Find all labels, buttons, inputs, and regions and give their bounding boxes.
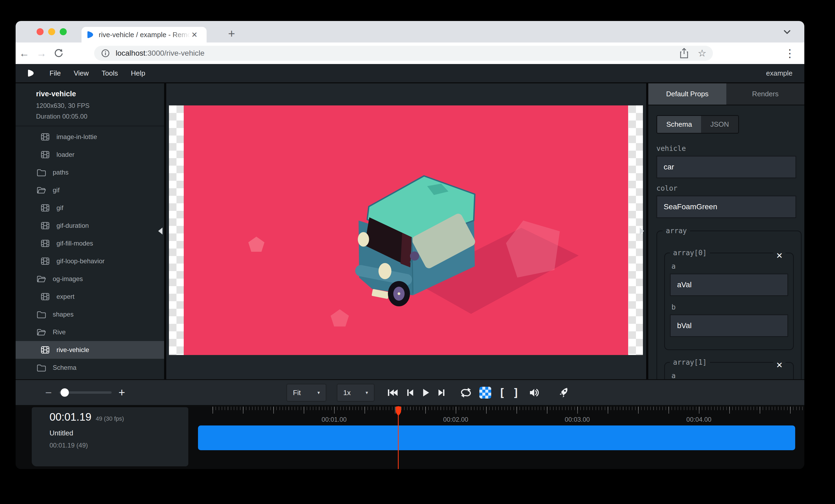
fit-dropdown[interactable]: Fit▾ [286,384,326,401]
timeline-track-bar[interactable] [198,425,795,450]
speed-dropdown[interactable]: 1x▾ [337,384,374,401]
timeline-info-panel: 00:01.1949 (30 fps) Untitled 00:01.19 (4… [32,407,188,466]
remotion-logo-icon[interactable] [27,69,35,78]
transparency-toggle-button[interactable] [480,387,491,399]
sidebar-item-gif-loop-behavior[interactable]: gif-loop-behavior [16,252,164,270]
sidebar-item-loader[interactable]: loader [16,146,164,164]
fit-value: Fit [293,388,301,397]
sidebar-item-expert[interactable]: expert [16,288,164,306]
site-info-icon[interactable] [101,48,110,58]
browser-menu-icon[interactable]: ⋮ [785,47,795,59]
reload-button[interactable] [50,47,67,59]
compositions-sidebar: rive-vehicle 1200x630, 30 FPS Duration 0… [16,83,164,379]
rive-artboard [184,105,628,355]
item-label: expert [57,293,75,300]
expand-panel-arrow-icon[interactable] [640,228,644,234]
toggle-json[interactable]: JSON [701,116,738,133]
skip-to-start-button[interactable] [387,388,399,398]
sidebar-item-gif-duration[interactable]: gif-duration [16,217,164,234]
color-label: color [656,184,796,192]
ruler-label: 00:02.00 [443,416,468,423]
tab-title: rive-vehicle / example - Remot [99,31,190,39]
maximize-window-button[interactable] [60,28,67,35]
item-label: gif [53,186,59,194]
item-label: gif-duration [57,222,89,229]
next-frame-button[interactable] [437,388,446,398]
browser-window: rive-vehicle / example - Remot ✕ + ← → l… [16,21,805,469]
play-button[interactable] [422,388,430,398]
zoom-slider-knob[interactable] [61,388,69,397]
film-icon [41,150,50,159]
menu-tools[interactable]: Tools [95,69,125,78]
render-rocket-button[interactable] [557,387,570,399]
close-window-button[interactable] [37,28,44,35]
composition-list: image-in-lottie loader paths gif gif gif… [16,126,164,377]
color-input[interactable] [656,195,796,218]
sidebar-folder-gif[interactable]: gif [16,181,164,199]
remotion-favicon-icon [86,30,95,39]
ruler-label: 00:03.00 [565,416,590,423]
sidebar-folder-rive[interactable]: Rive [16,323,164,341]
tab-close-icon[interactable]: ✕ [191,30,198,39]
tab-search-chevron-icon[interactable] [782,28,792,36]
timeline-track-area[interactable]: 00:01.00 00:02.00 00:03.00 00:04.00 [198,405,805,469]
minimize-window-button[interactable] [48,28,55,35]
browser-tab[interactable]: rive-vehicle / example - Remot ✕ [82,27,207,42]
folder-open-icon [37,186,46,194]
composition-canvas[interactable] [169,105,643,355]
array-0-a-input[interactable] [670,274,788,296]
sidebar-item-image-in-lottie[interactable]: image-in-lottie [16,128,164,146]
collapse-sidebar-arrow-icon[interactable] [158,228,162,234]
bookmark-star-icon[interactable]: ☆ [698,48,707,59]
a-label: a [671,262,788,270]
vehicle-input[interactable] [656,156,796,178]
item-label: shapes [53,311,74,318]
menu-view[interactable]: View [67,69,95,78]
window-controls [37,28,67,35]
panel-divider[interactable] [164,83,166,379]
composition-resolution: 1200x630, 30 FPS [36,102,164,109]
menu-file[interactable]: File [43,69,67,78]
tab-renders[interactable]: Renders [726,83,805,105]
address-bar[interactable]: localhost:3000/rive-vehicle ☆ [94,46,713,61]
timeline-ruler[interactable] [198,407,805,415]
remove-array-1-button[interactable]: ✕ [773,360,786,370]
tab-default-props[interactable]: Default Props [648,83,726,105]
item-label: Schema [53,364,76,372]
share-icon[interactable] [679,48,689,59]
folder-icon [37,310,46,319]
new-tab-button[interactable]: + [228,27,235,40]
track-duration: 00:01.19 (49) [49,442,188,449]
remove-array-0-button[interactable]: ✕ [773,251,786,260]
browser-toolbar: ← → localhost:3000/rive-vehicle ☆ ⋮ [16,42,805,64]
playhead[interactable] [398,406,399,469]
item-label: loader [57,151,75,159]
array-legend: array [663,227,690,235]
set-in-point-button[interactable]: [ [499,386,505,399]
menu-help[interactable]: Help [125,69,152,78]
sidebar-item-gif-fill-modes[interactable]: gif-fill-modes [16,234,164,252]
folder-open-icon [37,275,46,283]
sidebar-folder-schema[interactable]: Schema [16,359,164,377]
volume-button[interactable] [529,387,541,398]
set-out-point-button[interactable]: ] [513,386,519,399]
zoom-out-button[interactable]: − [45,386,52,399]
previous-frame-button[interactable] [406,388,414,398]
sidebar-folder-og-images[interactable]: og-images [16,270,164,288]
sidebar-folder-paths[interactable]: paths [16,164,164,181]
toggle-schema[interactable]: Schema [657,116,701,133]
zoom-slider[interactable] [59,391,111,394]
chevron-down-icon: ▾ [366,390,368,396]
loop-toggle-button[interactable] [460,387,472,398]
sidebar-item-rive-vehicle[interactable]: rive-vehicle [16,341,164,359]
composition-duration: Duration 00:05.00 [36,113,164,120]
back-button[interactable]: ← [16,48,33,59]
studio-menubar: File View Tools Help example [16,64,805,83]
sidebar-folder-shapes[interactable]: shapes [16,306,164,323]
film-icon [41,345,50,355]
zoom-in-button[interactable]: + [119,386,125,399]
array-0-b-input[interactable] [670,314,788,337]
array-1-legend: array[1] [670,358,710,366]
panel-divider[interactable] [646,83,648,379]
sidebar-item-gif[interactable]: gif [16,199,164,217]
